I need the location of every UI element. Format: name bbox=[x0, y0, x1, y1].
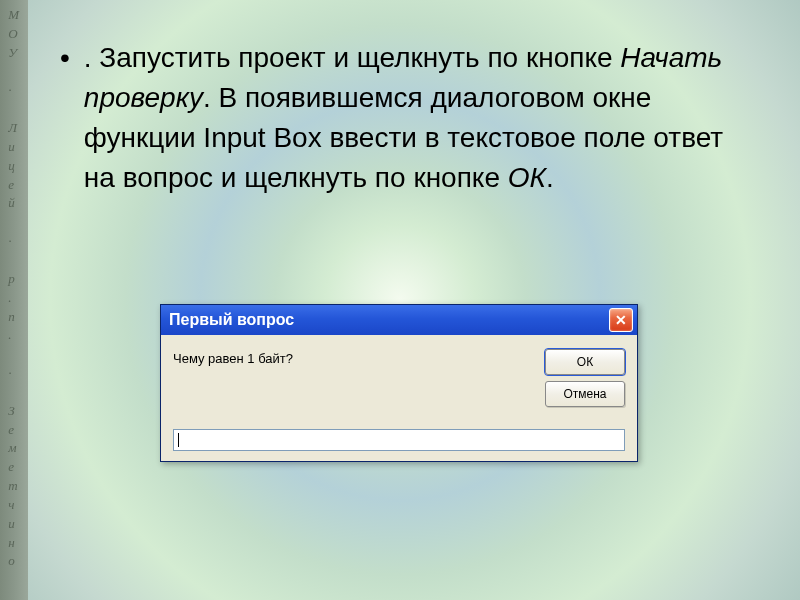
slide-root: МОУ · Лицей · р.п. · Земетчино • . Запус… bbox=[0, 0, 800, 600]
dialog-body: Чему равен 1 байт? ОК Отмена bbox=[161, 335, 637, 461]
cancel-button[interactable]: Отмена bbox=[545, 381, 625, 407]
text-cursor-icon bbox=[178, 433, 179, 447]
instruction-italic-2: ОК bbox=[508, 162, 546, 193]
dialog-button-group: ОК Отмена bbox=[545, 349, 625, 407]
strip-text: МОУ · Лицей · р.п. · Земетчино bbox=[8, 6, 19, 571]
ok-button[interactable]: ОК bbox=[545, 349, 625, 375]
slide-content: • . Запустить проект и щелкнуть по кнопк… bbox=[60, 38, 760, 198]
bullet-icon: • bbox=[60, 40, 70, 76]
dialog-titlebar[interactable]: Первый вопрос ✕ bbox=[161, 305, 637, 335]
answer-input[interactable] bbox=[173, 429, 625, 451]
instruction-suffix: . bbox=[546, 162, 554, 193]
instruction-prefix: . Запустить проект и щелкнуть по кнопке bbox=[84, 42, 621, 73]
close-button[interactable]: ✕ bbox=[609, 308, 633, 332]
decorative-left-strip: МОУ · Лицей · р.п. · Земетчино bbox=[0, 0, 28, 600]
dialog-title: Первый вопрос bbox=[169, 311, 294, 329]
instruction-text: . Запустить проект и щелкнуть по кнопке … bbox=[84, 38, 760, 198]
close-icon: ✕ bbox=[615, 312, 627, 328]
bullet-paragraph: • . Запустить проект и щелкнуть по кнопк… bbox=[60, 38, 760, 198]
input-box-dialog: Первый вопрос ✕ Чему равен 1 байт? ОК От… bbox=[160, 304, 638, 462]
